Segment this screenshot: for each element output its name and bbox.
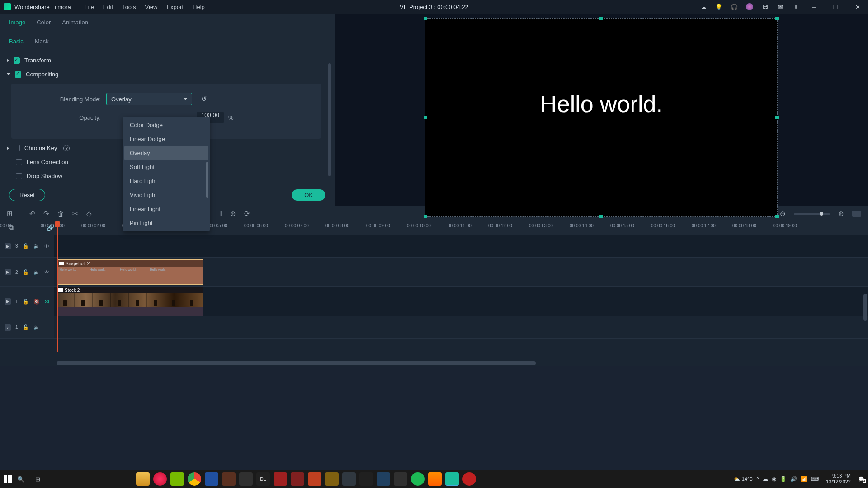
zoom-slider[interactable] — [794, 213, 830, 215]
avatar-icon[interactable] — [746, 3, 753, 10]
delete-icon[interactable]: 🗑 — [57, 210, 64, 218]
resize-handle[interactable] — [424, 17, 427, 20]
task-view-icon[interactable]: ⊞ — [35, 476, 40, 483]
dropdown-scrollbar[interactable] — [206, 162, 208, 198]
clip-stock[interactable]: Stock 2 — [57, 287, 203, 316]
mic-icon[interactable]: ⇩ — [792, 3, 799, 10]
eye-icon[interactable]: 👁 — [44, 269, 49, 275]
fx-icon[interactable]: ⋈ — [44, 299, 49, 305]
onedrive-icon[interactable]: ☁ — [763, 476, 768, 482]
taskbar-app-explorer[interactable] — [136, 472, 150, 486]
mute-icon[interactable]: 🔈 — [33, 243, 40, 249]
timeline-v-scrollbar[interactable] — [863, 294, 867, 321]
preview-frame[interactable]: Hello world. — [425, 18, 778, 217]
taskbar-app[interactable] — [342, 472, 356, 486]
taskbar-app[interactable] — [394, 472, 407, 486]
search-icon[interactable]: 🔍 — [17, 476, 24, 483]
menu-file[interactable]: File — [85, 4, 94, 10]
track-1[interactable]: Stock 2 — [54, 287, 868, 316]
menu-help[interactable]: Help — [193, 4, 205, 10]
help-icon[interactable]: ? — [63, 145, 70, 151]
tab-image[interactable]: Image — [9, 19, 25, 28]
resize-handle[interactable] — [424, 116, 427, 119]
taskbar-app-opera[interactable] — [153, 472, 167, 486]
ok-button[interactable]: OK — [292, 189, 326, 201]
speed-icon[interactable]: ⊕ — [230, 210, 236, 218]
expand-icon[interactable] — [7, 146, 9, 150]
redo-icon[interactable]: ↷ — [43, 210, 49, 218]
taskbar-app[interactable] — [377, 472, 390, 486]
taskbar-app[interactable] — [308, 472, 321, 486]
eye-icon[interactable]: 👁 — [44, 244, 49, 249]
clock[interactable]: 9:13 PM 13/12/2022 — [826, 473, 851, 485]
battery-icon[interactable]: 🔋 — [780, 476, 787, 482]
resize-handle[interactable] — [775, 17, 779, 20]
taskbar-app[interactable] — [222, 472, 236, 486]
checkbox-lens[interactable] — [16, 159, 22, 165]
menu-tools[interactable]: Tools — [122, 4, 136, 10]
taskbar-app-nvidia[interactable] — [170, 472, 184, 486]
mute-icon[interactable]: 🔇 — [33, 299, 40, 305]
taskbar-app[interactable] — [274, 472, 287, 486]
reset-blend-icon[interactable]: ↺ — [201, 95, 207, 103]
notification-icon[interactable]: 💬 4 — [858, 476, 864, 482]
cloud-icon[interactable]: ☁ — [700, 3, 707, 10]
checkbox-chroma[interactable] — [14, 145, 20, 151]
dd-soft-light[interactable]: Soft Light — [124, 160, 208, 174]
menu-export[interactable]: Export — [166, 4, 184, 10]
taskbar-app[interactable] — [291, 472, 304, 486]
taskbar-app[interactable] — [359, 472, 373, 486]
mail-icon[interactable]: ✉ — [777, 3, 784, 10]
weather-widget[interactable]: ⛅ 14°C — [734, 476, 753, 482]
dd-hard-light[interactable]: Hard Light — [124, 174, 208, 188]
maximize-button[interactable]: ❐ — [829, 2, 843, 11]
taskbar-app[interactable] — [205, 472, 218, 486]
close-button[interactable]: ✕ — [851, 2, 864, 11]
lock-icon[interactable]: 🔓 — [23, 243, 29, 249]
keyframe-icon[interactable]: ⟳ — [244, 210, 250, 218]
resize-handle[interactable] — [775, 116, 779, 119]
chevron-up-icon[interactable]: ^ — [756, 476, 759, 482]
collapse-icon[interactable] — [7, 73, 10, 75]
start-button[interactable] — [4, 475, 12, 483]
tracks-area[interactable]: Snapshot_2 Hello world. Hello world. Hel… — [54, 235, 868, 339]
taskbar-app-chrome[interactable] — [188, 472, 201, 486]
tag-icon[interactable]: ◇ — [86, 210, 92, 218]
panel-scrollbar[interactable] — [328, 63, 331, 176]
tab-animation[interactable]: Animation — [62, 19, 88, 28]
menu-view[interactable]: View — [145, 4, 157, 10]
track-3[interactable] — [54, 235, 868, 258]
link-mode-icon[interactable]: 🔗 — [47, 224, 54, 231]
undo-icon[interactable]: ↶ — [29, 210, 35, 218]
playhead[interactable] — [57, 221, 58, 352]
dd-vivid-light[interactable]: Vivid Light — [124, 188, 208, 202]
zoom-thumb[interactable] — [820, 212, 823, 216]
tab-color[interactable]: Color — [37, 19, 51, 28]
bulb-icon[interactable]: 💡 — [715, 3, 722, 10]
network-icon[interactable]: 📶 — [801, 476, 807, 482]
taskbar-app[interactable] — [462, 472, 476, 486]
taskbar-app-vlc[interactable] — [428, 472, 442, 486]
taskbar-app[interactable] — [239, 472, 253, 486]
dd-pin-light[interactable]: Pin Light — [124, 216, 208, 230]
dd-linear-dodge[interactable]: Linear Dodge — [124, 132, 208, 146]
blend-mode-select[interactable]: Overlay — [106, 93, 192, 105]
save-icon[interactable]: 🖫 — [761, 3, 769, 10]
preview-area[interactable]: Hello world. — [335, 14, 868, 221]
tab-basic[interactable]: Basic — [9, 38, 24, 47]
taskbar-app-spotify[interactable] — [411, 472, 425, 486]
tab-mask[interactable]: Mask — [35, 38, 49, 47]
cut-icon[interactable]: ✂ — [72, 210, 78, 218]
lock-icon[interactable]: 🔓 — [23, 324, 29, 330]
checkbox-compositing[interactable] — [15, 71, 21, 78]
dd-linear-light[interactable]: Linear Light — [124, 202, 208, 216]
prop-transform[interactable]: Transform — [7, 53, 326, 67]
dd-color-dodge[interactable]: Color Dodge — [124, 118, 208, 132]
minimize-button[interactable]: ─ — [807, 2, 821, 11]
track-2[interactable]: Snapshot_2 Hello world. Hello world. Hel… — [54, 258, 868, 287]
taskbar-app[interactable] — [325, 472, 339, 486]
checkbox-transform[interactable] — [14, 57, 20, 64]
language-icon[interactable]: ⌨ — [811, 476, 819, 482]
timeline-h-scrollbar[interactable] — [57, 361, 536, 365]
lock-icon[interactable]: 🔓 — [23, 299, 29, 305]
